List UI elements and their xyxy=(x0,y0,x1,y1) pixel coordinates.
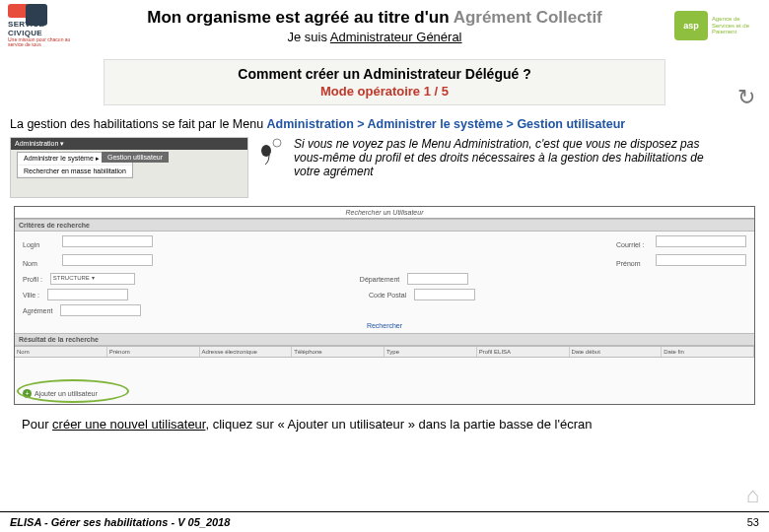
refresh-icon[interactable]: ↻ xyxy=(737,85,755,110)
svg-point-1 xyxy=(261,145,271,157)
criteria-header: Critères de recherche xyxy=(15,219,754,232)
service-civique-logo: SERVICE CIVIQUE Une mission pour chacun … xyxy=(8,4,77,47)
page-number: 53 xyxy=(747,516,759,528)
result-table-head: NomPrénomAdresse électroniqueTéléphone T… xyxy=(15,346,754,358)
instruction-text: Pour créer une nouvel utilisateur, cliqu… xyxy=(0,411,769,439)
mode-step: Mode opératoire 1 / 5 xyxy=(108,84,661,99)
result-header: Résultat de la recherche xyxy=(15,333,754,346)
search-screenshot: Rechercher un Utilisateur Critères de re… xyxy=(14,206,755,405)
svg-point-0 xyxy=(273,139,281,147)
highlight-oval xyxy=(17,379,129,403)
menu-screenshot: Administration ▾ Administrer le système … xyxy=(10,137,248,198)
search-link[interactable]: Rechercher xyxy=(15,318,754,333)
panel-title: Rechercher un Utilisateur xyxy=(15,207,754,219)
home-icon[interactable]: ⌂ xyxy=(746,483,759,508)
question-title: Comment créer un Administrateur Délégué … xyxy=(108,66,661,82)
footer-doc-ref: ELISA - Gérer ses habilitations - V 05_2… xyxy=(10,516,230,528)
tip-text: Si vous ne voyez pas le Menu Administrat… xyxy=(294,137,759,178)
nav-path-text: La gestion des habilitations se fait par… xyxy=(0,109,769,135)
lightbulb-icon xyxy=(258,137,284,166)
page-subtitle: Je suis Administrateur Général xyxy=(77,30,672,44)
page-title: Mon organisme est agréé au titre d'un Ag… xyxy=(77,8,672,28)
asp-logo: asp Agence de Services et de Paiement xyxy=(672,4,761,47)
question-box: Comment créer un Administrateur Délégué … xyxy=(104,59,665,105)
